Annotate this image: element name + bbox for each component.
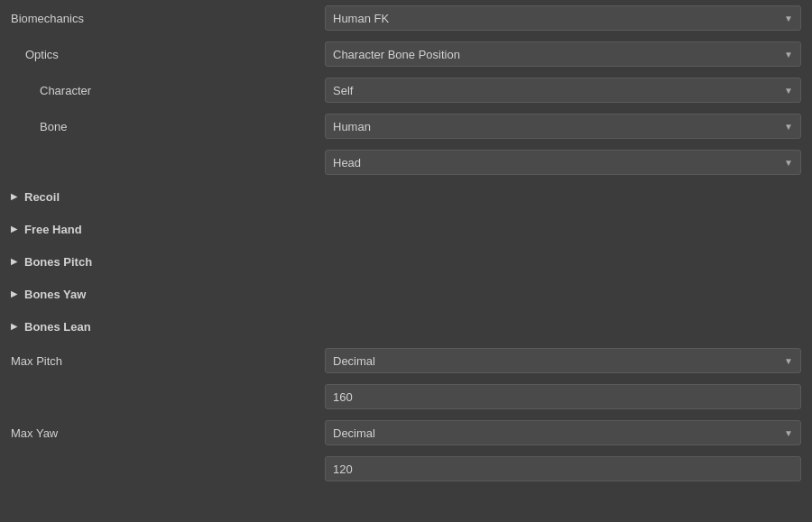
bonesyaw-label[interactable]: ▶ Bones Yaw <box>0 288 325 301</box>
optics-dropdown-value: Character Bone Position <box>333 48 460 61</box>
boneslean-row: ▶ Bones Lean <box>0 310 812 343</box>
maxpitch-input-row <box>0 379 812 415</box>
bonespitch-expand-arrow: ▶ <box>11 257 17 266</box>
maxyaw-dropdown[interactable]: Decimal ▼ <box>325 420 801 445</box>
boneslean-label-text: Bones Lean <box>24 320 91 334</box>
maxyaw-input-control <box>325 456 812 481</box>
recoil-row: ▶ Recoil <box>0 180 812 213</box>
bone-dropdown[interactable]: Human ▼ <box>325 114 801 139</box>
character-control: Self ▼ <box>325 78 812 103</box>
freehand-label-text: Free Hand <box>24 223 82 236</box>
biomechanics-row: Biomechanics Human FK ▼ <box>0 0 812 36</box>
maxpitch-dropdown-value: Decimal <box>333 354 375 368</box>
bonespitch-row: ▶ Bones Pitch <box>0 245 812 278</box>
maxpitch-input-control <box>325 384 812 409</box>
boneslean-expand-arrow: ▶ <box>11 322 17 331</box>
optics-label: Optics <box>0 48 325 61</box>
maxyaw-dropdown-row: Max Yaw Decimal ▼ <box>0 415 812 451</box>
bonespitch-label-text: Bones Pitch <box>24 255 92 269</box>
biomechanics-dropdown-value: Human FK <box>333 12 389 25</box>
maxyaw-dropdown-arrow: ▼ <box>784 428 793 438</box>
bone2-dropdown[interactable]: Head ▼ <box>325 150 801 175</box>
bone2-row: Head ▼ <box>0 144 812 180</box>
maxpitch-label: Max Pitch <box>0 354 325 368</box>
biomechanics-dropdown-arrow: ▼ <box>784 14 793 23</box>
biomechanics-label: Biomechanics <box>0 12 325 25</box>
optics-control: Character Bone Position ▼ <box>325 41 812 67</box>
freehand-expand-arrow: ▶ <box>11 224 17 234</box>
biomechanics-dropdown[interactable]: Human FK ▼ <box>325 5 801 31</box>
bone-control: Human ▼ <box>325 114 812 139</box>
character-dropdown[interactable]: Self ▼ <box>325 78 801 103</box>
maxpitch-input[interactable] <box>325 384 801 409</box>
optics-row: Optics Character Bone Position ▼ <box>0 36 812 72</box>
bone2-control: Head ▼ <box>325 150 812 175</box>
maxyaw-input-row <box>0 451 812 487</box>
character-dropdown-arrow: ▼ <box>784 86 793 96</box>
bone2-dropdown-value: Head <box>333 156 361 169</box>
maxyaw-dropdown-value: Decimal <box>333 426 375 440</box>
bonesyaw-row: ▶ Bones Yaw <box>0 278 812 310</box>
bonesyaw-label-text: Bones Yaw <box>24 288 86 301</box>
character-row: Character Self ▼ <box>0 72 812 108</box>
bone-dropdown-arrow: ▼ <box>784 122 793 132</box>
maxyaw-label: Max Yaw <box>0 426 325 440</box>
maxpitch-dropdown-control: Decimal ▼ <box>325 348 812 373</box>
character-dropdown-value: Self <box>333 84 353 97</box>
recoil-expand-arrow: ▶ <box>11 192 17 201</box>
bone-label: Bone <box>0 120 325 133</box>
biomechanics-control: Human FK ▼ <box>325 5 812 31</box>
bone-dropdown-value: Human <box>333 120 371 133</box>
bone2-dropdown-arrow: ▼ <box>784 158 793 168</box>
recoil-label-text: Recoil <box>24 190 60 204</box>
freehand-label[interactable]: ▶ Free Hand <box>0 223 325 236</box>
main-container: Biomechanics Human FK ▼ Optics Character… <box>0 0 812 522</box>
freehand-row: ▶ Free Hand <box>0 213 812 245</box>
maxyaw-dropdown-control: Decimal ▼ <box>325 420 812 445</box>
maxpitch-dropdown-row: Max Pitch Decimal ▼ <box>0 343 812 379</box>
optics-dropdown-arrow: ▼ <box>784 50 793 60</box>
bonespitch-label[interactable]: ▶ Bones Pitch <box>0 255 325 269</box>
boneslean-label[interactable]: ▶ Bones Lean <box>0 320 325 334</box>
maxpitch-dropdown[interactable]: Decimal ▼ <box>325 348 801 373</box>
bone-row: Bone Human ▼ <box>0 108 812 144</box>
optics-dropdown[interactable]: Character Bone Position ▼ <box>325 41 801 67</box>
maxpitch-dropdown-arrow: ▼ <box>784 356 793 366</box>
recoil-label[interactable]: ▶ Recoil <box>0 190 325 204</box>
character-label: Character <box>0 84 325 97</box>
bonesyaw-expand-arrow: ▶ <box>11 289 17 298</box>
maxyaw-input[interactable] <box>325 456 801 481</box>
